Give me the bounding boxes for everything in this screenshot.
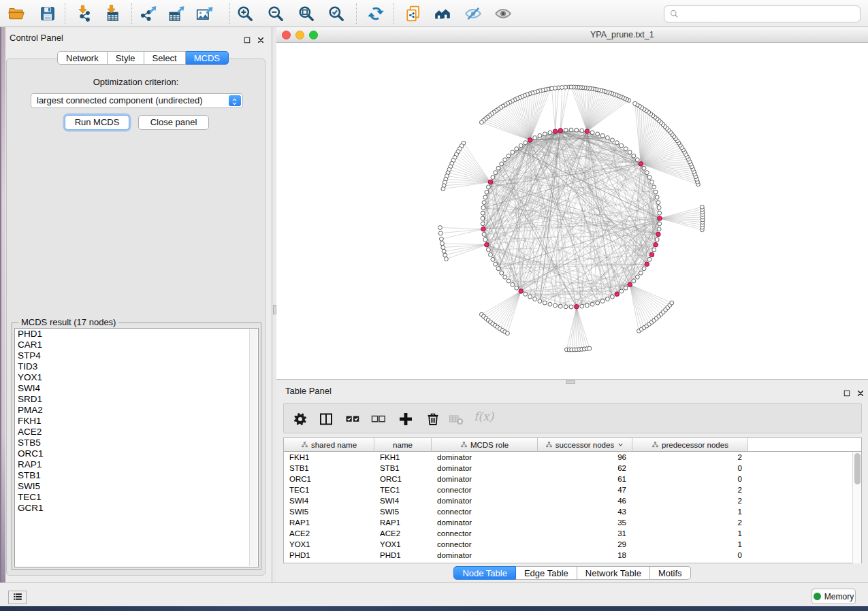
table-toolbar: f(x) (283, 403, 862, 433)
zoom-out-button[interactable] (267, 5, 285, 22)
tree-icon (652, 441, 659, 448)
run-mcds-button[interactable]: Run MCDS (65, 115, 129, 130)
export-table-button[interactable] (167, 5, 184, 22)
table-header: shared namenameMCDS rolesuccessor nodesp… (284, 438, 861, 452)
split-panel-button[interactable] (318, 411, 334, 427)
export-network-button[interactable] (139, 5, 157, 22)
search-box[interactable] (664, 5, 861, 22)
tree-icon (545, 441, 553, 448)
mcds-result-item[interactable]: GCR1 (15, 503, 258, 514)
mcds-result-item[interactable]: PHD1 (15, 329, 258, 340)
gear-button[interactable] (292, 411, 308, 427)
table-row[interactable]: STB1STB1dominator620 (284, 463, 861, 474)
network-canvas[interactable] (276, 43, 868, 380)
cell-shared-name: PHD1 (284, 550, 374, 561)
mcds-result-item[interactable]: FKH1 (15, 416, 258, 427)
window-zoom-light[interactable] (309, 31, 318, 39)
table-row[interactable]: PHD1PHD1dominator180 (284, 550, 861, 561)
control-panel-tab-select[interactable]: Select (144, 51, 186, 65)
cell-shared-name: ORC1 (284, 474, 374, 484)
column-label: name (393, 441, 413, 449)
control-panel-tab-network[interactable]: Network (57, 51, 108, 65)
cell-MCDS-role: dominator (432, 517, 538, 528)
table-row[interactable]: SWI5SWI5connector431 (284, 506, 861, 517)
table-row[interactable]: FKH1FKH1dominator962 (284, 452, 861, 463)
float-icon[interactable] (243, 35, 251, 43)
table-row[interactable]: SWI4SWI4dominator462 (284, 495, 861, 506)
zoom-in-icon (236, 5, 254, 22)
float-icon[interactable] (843, 388, 851, 396)
close-icon[interactable] (257, 35, 265, 43)
refresh-button[interactable] (367, 5, 385, 22)
criterion-select[interactable]: largest connected component (undirected) (31, 93, 243, 108)
vertical-splitter[interactable] (272, 27, 276, 582)
column-header-MCDS-role[interactable]: MCDS role (432, 438, 538, 452)
select-all-button[interactable] (344, 411, 361, 427)
cell-MCDS-role: dominator (432, 474, 538, 484)
mcds-result-item[interactable]: SWI4 (15, 383, 258, 394)
home-button[interactable] (434, 5, 451, 22)
open-file-button[interactable] (7, 5, 25, 22)
control-panel-tab-style[interactable]: Style (108, 51, 144, 65)
add-column-button[interactable] (398, 411, 414, 427)
control-panel-tabs: NetworkStyleSelectMCDS (57, 51, 229, 65)
close-panel-button[interactable]: Close panel (138, 115, 209, 130)
zoom-selected-button[interactable] (327, 5, 345, 22)
column-header-name[interactable]: name (374, 438, 432, 452)
task-history-button[interactable] (8, 591, 27, 604)
memory-button[interactable]: Memory (811, 589, 856, 604)
import-network-button[interactable] (75, 5, 93, 22)
mcds-result-item[interactable]: ACE2 (15, 427, 258, 437)
window-minimize-light[interactable] (295, 31, 304, 39)
cell-predecessor-nodes: 0 (632, 550, 748, 561)
horizontal-splitter-handle[interactable] (566, 380, 575, 384)
column-header-shared-name[interactable]: shared name (284, 438, 374, 452)
mcds-result-item[interactable]: PMA2 (15, 405, 258, 416)
zoom-in-button[interactable] (236, 5, 254, 22)
save-session-button[interactable] (39, 5, 57, 22)
table-scrollbar-thumb[interactable] (854, 453, 861, 484)
mcds-result-item[interactable]: TEC1 (15, 492, 258, 503)
control-panel-tab-mcds[interactable]: MCDS (186, 51, 229, 65)
toolbar-separator (65, 3, 65, 24)
bottom-tab-edge-table[interactable]: Edge Table (516, 566, 577, 580)
zoom-fit-button[interactable] (298, 5, 315, 22)
optimization-criterion-label: Optimization criterion: (7, 77, 265, 87)
table-row[interactable]: TEC1TEC1connector472 (284, 484, 861, 495)
gear-icon (292, 411, 308, 427)
mcds-result-item[interactable]: STB5 (15, 437, 258, 448)
column-label: successor nodes (556, 441, 614, 449)
mcds-result-item[interactable]: YOX1 (15, 372, 258, 383)
show-eye-button[interactable] (494, 5, 512, 22)
bottom-tab-motifs[interactable]: Motifs (650, 566, 691, 580)
table-row[interactable]: RAP1RAP1dominator352 (284, 517, 861, 528)
bottom-tab-network-table[interactable]: Network Table (577, 566, 650, 580)
table-row[interactable]: YOX1YOX1connector291 (284, 539, 861, 550)
toolbar-separator (229, 3, 230, 24)
mcds-result-item[interactable]: TID3 (15, 361, 258, 372)
mcds-result-item[interactable]: CAR1 (15, 340, 258, 350)
import-table-button[interactable] (103, 5, 121, 22)
deselect-all-button[interactable] (370, 411, 387, 427)
copy-network-button[interactable] (404, 5, 422, 22)
column-header-predecessor-nodes[interactable]: predecessor nodes (632, 438, 748, 452)
delete-button[interactable] (425, 411, 441, 427)
mcds-result-item[interactable]: STP4 (15, 350, 258, 361)
select-all-icon (344, 411, 361, 427)
bottom-tab-node-table[interactable]: Node Table (453, 566, 516, 580)
table-row[interactable]: ORC1ORC1dominator610 (284, 474, 861, 484)
mcds-result-item[interactable]: ORC1 (15, 448, 258, 459)
mcds-result-item[interactable]: SRD1 (15, 394, 258, 405)
table-row[interactable]: ACE2ACE2connector311 (284, 528, 861, 539)
list-scrollbar-track[interactable] (249, 329, 257, 566)
hide-eye-button[interactable] (464, 5, 482, 22)
window-close-light[interactable] (282, 31, 291, 39)
export-image-button[interactable] (195, 5, 213, 22)
mcds-result-item[interactable]: RAP1 (15, 459, 258, 470)
mcds-result-item[interactable]: STB1 (15, 470, 258, 481)
close-icon[interactable] (856, 388, 865, 396)
mcds-result-item[interactable]: SWI5 (15, 481, 258, 492)
mcds-result-list[interactable]: PHD1CAR1STP4TID3YOX1SWI4SRD1PMA2FKH1ACE2… (14, 328, 259, 567)
table-scrollbar[interactable] (852, 452, 861, 563)
column-header-successor-nodes[interactable]: successor nodes (538, 438, 632, 452)
